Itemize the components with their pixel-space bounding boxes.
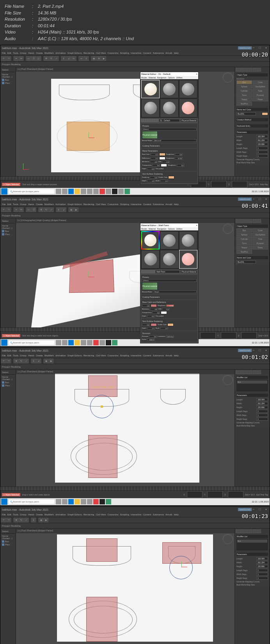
viewport-label[interactable]: [+] [Top] [Standard] [Edged Faces] [16, 67, 234, 72]
material-slot-5[interactable] [160, 250, 178, 268]
menu-substance[interactable]: Substance [153, 52, 164, 54]
tool-select-region[interactable]: ◫ [36, 56, 41, 61]
obj-cylinder-button[interactable]: Cylinder [236, 89, 252, 93]
material-slot-3[interactable] [179, 231, 197, 249]
material-slot-4[interactable] [141, 250, 160, 268]
material-name-field[interactable]: 01 - Default [159, 119, 180, 122]
modifier-box[interactable]: Box [237, 380, 267, 384]
basecolor-swatch[interactable] [159, 153, 165, 156]
mat-tool-copy[interactable] [155, 119, 158, 122]
tool-align[interactable]: ≡ [84, 56, 89, 61]
scatter-swatch[interactable] [168, 176, 174, 179]
refl-roughness-value[interactable]: 0.296 [175, 157, 183, 159]
utilities-tab[interactable] [257, 68, 261, 72]
timeline[interactable] [0, 487, 270, 490]
task-icon-1[interactable] [56, 189, 61, 194]
roughness-value[interactable]: 0.0 [175, 153, 183, 156]
tool-select[interactable]: ▭ [26, 56, 31, 61]
viewcube-icon[interactable] [223, 534, 233, 544]
material-mode-dropdown[interactable]: Advanced [153, 139, 197, 142]
width-segs-field[interactable] [256, 150, 268, 154]
move-gizmo[interactable] [82, 271, 94, 283]
menu-tools[interactable]: Tools [13, 52, 18, 54]
menu-arnold[interactable]: Arnold [165, 52, 172, 54]
viewcube-icon[interactable] [223, 73, 233, 83]
tool-unlink[interactable]: ⚮ [19, 56, 23, 61]
mat-tool-get[interactable] [141, 119, 144, 122]
viewport[interactable]: [+] [Top] [Standard] [Edged Faces] [16, 529, 234, 644]
gen-mapping-checkbox[interactable]: Generate Mapping Coords. [236, 158, 260, 161]
task-icon-5[interactable] [93, 189, 99, 194]
y-coord-field[interactable] [211, 181, 227, 188]
box-1[interactable] [86, 538, 117, 562]
task-icon-9[interactable] [118, 189, 124, 194]
autokey-button[interactable]: Auto Key [260, 183, 268, 186]
menu-content[interactable]: Content [143, 52, 151, 54]
material-slot-6[interactable] [179, 250, 197, 268]
material-slot-1[interactable] [141, 80, 160, 98]
viewport[interactable]: [+] [Top] [Standard] [Edged Faces] [-41.… [16, 370, 234, 487]
ior-value[interactable]: 1.52 [162, 161, 170, 163]
modifier-list-header[interactable]: Modifier List [236, 376, 268, 379]
scene-item-box[interactable]: Box [2, 78, 14, 81]
obj-geosphere-button[interactable]: GeoSphere [252, 85, 268, 88]
material-editor-titlebar[interactable]: Material Editor - 01 - Default × [140, 72, 198, 76]
obj-cone-button[interactable]: Cone [252, 80, 268, 84]
obj-teapot-button[interactable]: Teapot [236, 97, 252, 101]
menu-customize[interactable]: Customize [107, 52, 118, 54]
task-icon-2[interactable] [62, 189, 68, 194]
height-segs-field[interactable] [256, 154, 268, 157]
modifier-stack[interactable]: Box [236, 380, 268, 391]
obj-torus-button[interactable]: Torus [236, 93, 252, 97]
length-segs-field[interactable] [256, 147, 268, 150]
task-icon-3dsmax[interactable] [124, 189, 130, 194]
rotate-circle[interactable] [169, 556, 193, 579]
tool-snap[interactable]: 3 [61, 56, 66, 61]
tool-redo[interactable]: ↷ [6, 56, 11, 61]
task-icon-3[interactable] [81, 189, 86, 194]
tool-move[interactable]: ✥ [44, 56, 48, 61]
create-tab[interactable] [236, 68, 240, 72]
close-button[interactable]: × [264, 46, 268, 50]
menu-modifiers[interactable]: Modifiers [44, 52, 54, 54]
task-icon-explorer[interactable] [75, 189, 80, 194]
mat-menu-modes[interactable]: Modes [141, 76, 147, 79]
start-button[interactable] [1, 340, 7, 346]
menu-edit[interactable]: Edit [7, 52, 11, 54]
scene-item-plan[interactable]: Plan [2, 233, 14, 236]
tool-angle-snap[interactable]: ∠ [66, 56, 71, 61]
material-editor-close[interactable]: × [196, 73, 197, 75]
obj-plane-button[interactable]: Plane [252, 97, 268, 101]
viewport-label[interactable]: [+] [Orthographic] [High Quality] [Edged… [16, 218, 234, 223]
mat-tool-assign[interactable] [148, 119, 151, 122]
viewcube-icon[interactable] [223, 375, 233, 385]
menu-scripting[interactable]: Scripting [120, 52, 129, 54]
tool-mirror[interactable]: ⇔ [79, 56, 83, 61]
modify-tab[interactable] [240, 68, 244, 72]
material-type-button[interactable]: Physical Material [180, 119, 197, 122]
tool-scale[interactable]: ⤢ [54, 56, 59, 61]
mat-tool-reset[interactable] [152, 119, 155, 122]
autogrid-checkbox[interactable]: AutoGrid [236, 78, 244, 80]
mat-menu-navigation[interactable]: Navigation [157, 76, 167, 79]
material-slot-1[interactable] [141, 231, 160, 249]
reflections-value[interactable]: 1.0 [151, 157, 158, 159]
box-3d[interactable] [67, 261, 114, 292]
minimize-button[interactable]: − [252, 197, 256, 201]
material-slot-6[interactable] [179, 99, 197, 117]
viewcube-icon[interactable] [223, 224, 233, 234]
obj-textplus-button[interactable]: TextPlus [236, 102, 252, 106]
mat-menu-utilities[interactable]: Utilities [176, 76, 183, 79]
tool-link[interactable]: ⚭ [14, 56, 18, 61]
viewport[interactable]: [+] [Top] [Standard] [Edged Faces] [16, 67, 234, 176]
basecolor-value[interactable]: 1.0 [151, 153, 158, 156]
material-slot-4[interactable] [141, 99, 160, 117]
tool-render[interactable]: ▶ [101, 56, 106, 61]
tool-rotate[interactable]: ↻ [49, 56, 53, 61]
menu-file[interactable]: File [2, 52, 6, 54]
menu-create[interactable]: Create [36, 52, 43, 54]
height-field[interactable] [256, 143, 268, 146]
length-field[interactable] [256, 135, 268, 138]
start-button[interactable] [1, 188, 7, 195]
obj-pyramid-button[interactable]: Pyramid [252, 93, 268, 97]
